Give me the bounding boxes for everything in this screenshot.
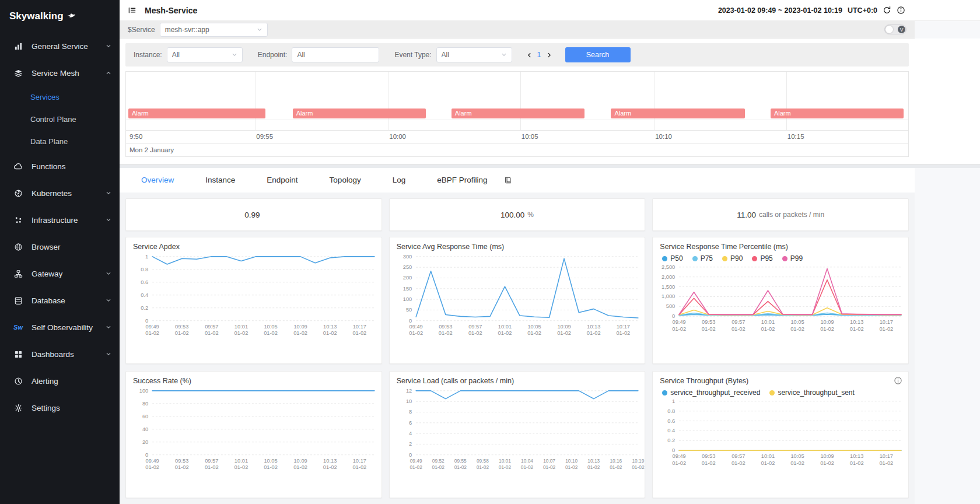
- svg-text:10:05: 10:05: [791, 453, 804, 459]
- alarm-event-bar[interactable]: Alarm: [293, 108, 426, 118]
- instance-select-value: All: [172, 51, 228, 59]
- sidebar-item-label: Gateway: [32, 270, 62, 278]
- time-range-text[interactable]: 2023-01-02 09:49 ~ 2023-01-02 10:19: [718, 6, 842, 15]
- legend-item[interactable]: P99: [782, 254, 803, 262]
- main-area: Mesh-Service 2023-01-02 09:49 ~ 2023-01-…: [120, 0, 980, 504]
- svg-text:09:52: 09:52: [432, 458, 444, 464]
- alarm-event-bar[interactable]: Alarm: [611, 108, 744, 118]
- sidebar-item-browser[interactable]: Browser: [0, 233, 120, 260]
- chevron-right-icon[interactable]: [546, 52, 552, 58]
- endpoint-input[interactable]: [292, 47, 379, 62]
- chart-canvas: 05001,0001,5002,0002,50009:4901-0209:530…: [653, 262, 908, 336]
- svg-text:01-02: 01-02: [850, 460, 864, 466]
- timeline-gridline: [388, 72, 388, 130]
- sidebar-item-self-observability[interactable]: Sw Self Observability: [0, 314, 120, 341]
- stat-unit: %: [527, 211, 534, 219]
- svg-text:01-02: 01-02: [175, 464, 189, 470]
- svg-text:01-02: 01-02: [761, 326, 775, 332]
- timeline-gridline: [520, 72, 521, 130]
- tab-topology[interactable]: Topology: [314, 168, 377, 192]
- chart-canvas: 00.20.40.60.8109:4901-0209:5301-0209:570…: [653, 397, 908, 470]
- sidebar-item-service-mesh[interactable]: Service Mesh: [0, 60, 120, 86]
- tab-overview[interactable]: Overview: [125, 168, 190, 192]
- sidebar-item-services[interactable]: Services: [0, 86, 120, 108]
- chevron-down-icon: [106, 351, 111, 357]
- refresh-icon[interactable]: [883, 6, 891, 15]
- alert-clock-icon: [13, 377, 23, 386]
- alarm-event-bar[interactable]: Alarm: [452, 108, 584, 118]
- legend-item[interactable]: P95: [752, 254, 772, 262]
- event-type-select[interactable]: All: [436, 47, 512, 62]
- grid-icon: [13, 350, 23, 359]
- info-icon[interactable]: [897, 6, 905, 15]
- legend-item[interactable]: service_throughput_sent: [769, 388, 854, 397]
- sidebar-item-label: Functions: [32, 162, 66, 171]
- svg-text:01-02: 01-02: [521, 464, 534, 470]
- page-number[interactable]: 1: [537, 51, 541, 59]
- svg-text:0.6: 0.6: [668, 418, 676, 424]
- tab-ebpf-profiling[interactable]: eBPF Profiling: [421, 168, 503, 192]
- svg-text:01-02: 01-02: [432, 464, 444, 470]
- svg-text:01-02: 01-02: [557, 330, 571, 336]
- chart-title: Service Throughput (Bytes): [653, 372, 908, 386]
- svg-text:01-02: 01-02: [468, 330, 482, 336]
- legend-item[interactable]: P50: [662, 254, 682, 262]
- chart-body: service_throughput_receivedservice_throu…: [653, 386, 908, 470]
- sidebar-item-functions[interactable]: Functions: [0, 153, 120, 180]
- chevron-down-icon: [106, 271, 111, 276]
- sidebar-item-alerting[interactable]: Alerting: [0, 368, 120, 394]
- chart-info-icon[interactable]: [894, 376, 902, 385]
- svg-text:01-02: 01-02: [145, 330, 159, 336]
- svg-text:01-02: 01-02: [264, 330, 278, 336]
- chevron-down-icon: [106, 190, 111, 196]
- instance-label: Instance:: [134, 51, 162, 59]
- timezone-text[interactable]: UTC+0:0: [848, 6, 877, 15]
- sidebar-item-kubernetes[interactable]: Kubernetes: [0, 180, 120, 206]
- sidebar-item-control-plane[interactable]: Control Plane: [0, 108, 120, 131]
- legend-item[interactable]: service_throughput_received: [662, 388, 760, 397]
- sidebar-item-label: Kubernetes: [32, 189, 72, 198]
- legend-item[interactable]: P90: [722, 254, 743, 262]
- svg-text:01-02: 01-02: [673, 460, 687, 466]
- svg-text:09:58: 09:58: [477, 458, 489, 464]
- svg-text:09:53: 09:53: [175, 458, 188, 464]
- svg-text:10:01: 10:01: [498, 324, 511, 330]
- collapse-menu-icon[interactable]: [128, 6, 136, 15]
- svg-text:10:19: 10:19: [632, 458, 644, 464]
- chevron-left-icon[interactable]: [526, 52, 533, 58]
- sidebar-item-infrastructure[interactable]: Infrastructure: [0, 206, 120, 233]
- ebpf-docs-icon[interactable]: [504, 176, 512, 184]
- sidebar-item-gateway[interactable]: Gateway: [0, 260, 120, 287]
- chart-success-rate: Success Rate (%) 02040608010009:4901-020…: [125, 371, 382, 498]
- skywalking-bird-icon: [66, 10, 76, 22]
- skywalking-logo[interactable]: Skywalking: [0, 0, 120, 33]
- timeline-plot[interactable]: AlarmAlarmAlarmAlarmAlarm: [126, 72, 908, 130]
- svg-text:01-02: 01-02: [454, 464, 467, 470]
- endpoint-label: Endpoint:: [258, 51, 288, 59]
- instance-select[interactable]: All: [167, 47, 243, 62]
- stat-card-apdex: 0.99: [125, 198, 382, 231]
- sidebar-item-database[interactable]: Database: [0, 287, 120, 314]
- bar-chart-icon: [13, 42, 23, 51]
- sidebar-item-dashboards[interactable]: Dashboards: [0, 341, 120, 368]
- svg-text:01-02: 01-02: [821, 460, 835, 466]
- tab-endpoint[interactable]: Endpoint: [251, 168, 313, 192]
- tab-instance[interactable]: Instance: [190, 168, 251, 192]
- svg-text:01-02: 01-02: [702, 326, 716, 332]
- svg-text:09:49: 09:49: [145, 324, 159, 330]
- version-toggle[interactable]: V: [884, 24, 907, 34]
- search-button[interactable]: Search: [565, 47, 631, 62]
- sidebar-item-general-service[interactable]: General Service: [0, 33, 120, 60]
- timeline-gridline: [786, 72, 787, 130]
- service-select[interactable]: mesh-svr::app: [160, 23, 268, 37]
- alarm-event-bar[interactable]: Alarm: [128, 108, 265, 118]
- legend-item[interactable]: P75: [692, 254, 713, 262]
- sidebar-item-data-plane[interactable]: Data Plane: [0, 131, 120, 153]
- svg-text:0.2: 0.2: [141, 305, 148, 311]
- svg-text:01-02: 01-02: [586, 330, 600, 336]
- sidebar-item-label: Self Observability: [32, 323, 93, 332]
- alarm-event-bar[interactable]: Alarm: [771, 108, 904, 118]
- sidebar-item-settings[interactable]: Settings: [0, 394, 120, 421]
- tab-log[interactable]: Log: [377, 168, 422, 192]
- sw-logo-icon: Sw: [13, 324, 23, 331]
